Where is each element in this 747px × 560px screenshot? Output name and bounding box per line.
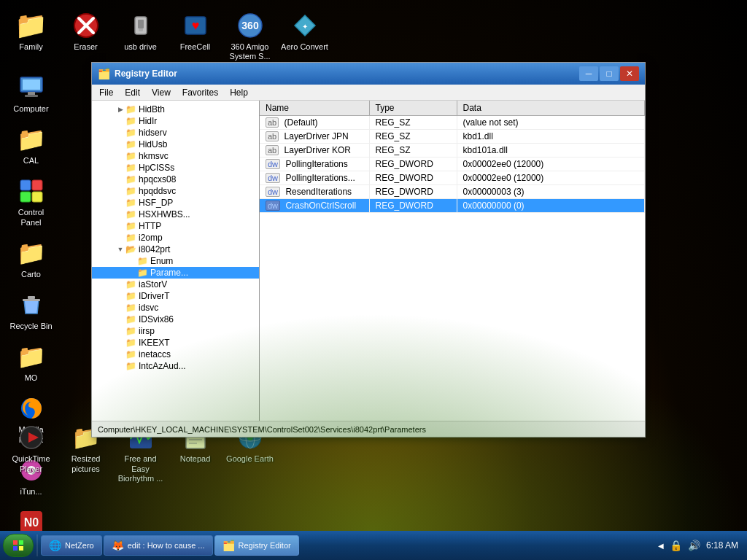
folder-icon: 📁 [137, 256, 148, 266]
desktop-icon-carto[interactable]: 📁 Carto [4, 235, 58, 283]
minimize-button[interactable]: ─ [579, 66, 598, 81]
table-row-selected[interactable]: dw CrashOnCtrlScroll REG_DWORD 0x0000000… [260, 199, 645, 213]
tree-item[interactable]: 📁 HSXHWBS... [92, 209, 259, 220]
expand-icon [115, 128, 125, 138]
biorhythm-label: Free and Easy Biorhythm ... [117, 454, 164, 483]
table-row[interactable]: ab (Default) REG_SZ (value not set) [260, 116, 645, 130]
desktop-icon-360amigo[interactable]: 360 360 Amigo System S... [222, 7, 277, 65]
desktop-icon-mo[interactable]: 📁 MO [4, 338, 58, 386]
start-button[interactable] [3, 534, 34, 557]
desktop-icon-computer[interactable]: Computer [4, 69, 58, 117]
expand-icon [115, 163, 125, 173]
desktop-icon-recycle-bin[interactable]: Recycle Bin [4, 287, 58, 335]
tree-item[interactable]: 📁 IntcAzAud... [92, 360, 259, 372]
tree-item[interactable]: 📁 HSF_DP [92, 197, 259, 209]
tree-item[interactable]: 📁 HidIr [92, 115, 259, 127]
maximize-button[interactable]: □ [600, 66, 619, 81]
taskbar-btn-edit[interactable]: 🦊 edit : How to cause ... [104, 535, 213, 556]
expand-icon [115, 209, 125, 219]
sys-tray-hide-icon[interactable]: ◀ [658, 542, 664, 550]
table-row[interactable]: ab LayerDriver KOR REG_SZ kbd101a.dll [260, 144, 645, 158]
desktop-icon-family[interactable]: 📁 Family [4, 7, 58, 65]
folder-icon: 📁 [125, 151, 136, 161]
taskbar-btn-registry[interactable]: 🗂️ Registry Editor [214, 535, 299, 556]
tree-item[interactable]: 📁 iaStorV [92, 279, 259, 290]
tree-item[interactable]: ▶ 📁 HidBth [92, 104, 259, 115]
data-panel[interactable]: Name Type Data ab (Default) REG_SZ [260, 101, 645, 421]
tree-item[interactable]: 📁 HTTP [92, 220, 259, 232]
desktop-icon-aeroconvert[interactable]: ✦ Aero Convert [277, 7, 332, 65]
desktop-icon-eraser[interactable]: Eraser [58, 7, 113, 65]
tree-item[interactable]: 📁 i2omp [92, 232, 259, 244]
freecell-icon: ♥ [181, 11, 210, 40]
tree-item[interactable]: 📁 iirsp [92, 325, 259, 337]
expand-icon: ▶ [115, 104, 125, 114]
control-panel-icon [17, 176, 46, 206]
desktop-icon-google-earth[interactable]: Google Earth [222, 419, 277, 487]
tree-item-i8042prt[interactable]: ▼ 📂 i8042prt [92, 244, 259, 255]
cal-label: CAL [23, 156, 39, 166]
tree-item[interactable]: 📁 IKEEXT [92, 337, 259, 349]
volume-icon[interactable]: 🔊 [688, 540, 700, 551]
svg-rect-31 [186, 427, 205, 448]
tree-item[interactable]: 📁 IDSvix86 [92, 314, 259, 325]
table-row[interactable]: ab LayerDriver JPN REG_SZ kbd1.dll [260, 130, 645, 144]
tree-item[interactable]: 📁 IDriverT [92, 290, 259, 302]
desktop-icon-firefox[interactable]: Mozilla Firefox [4, 390, 58, 448]
svg-rect-30 [130, 427, 152, 448]
tree-item[interactable]: 📁 hkmsvc [92, 150, 259, 162]
registry-editor-window: 🗂️ Registry Editor ─ □ ✕ File Edit View … [91, 62, 646, 438]
menu-favorites[interactable]: Favorites [177, 86, 224, 99]
tree-item-enum[interactable]: 📁 Enum [92, 255, 259, 267]
table-row[interactable]: dw PollingIterations REG_DWORD 0x00002ee… [260, 158, 645, 171]
desktop-icon-freecell[interactable]: ♥ FreeCell [168, 7, 222, 65]
folder-icon: 📁 [125, 139, 136, 149]
desktop-icon-usb[interactable]: usb drive [113, 7, 168, 65]
desktop-icon-notepad[interactable]: Notepad [168, 419, 222, 487]
menu-edit[interactable]: Edit [119, 86, 146, 99]
desktop-icon-biorhythm[interactable]: Free and Easy Biorhythm ... [113, 419, 168, 487]
desktop-icon-quicktime[interactable]: QuickTime Player [4, 419, 58, 487]
tree-item[interactable]: 📁 hidserv [92, 127, 259, 139]
expand-icon [115, 139, 125, 149]
menu-help[interactable]: Help [224, 86, 254, 99]
quicktime-label: QuickTime Player [7, 454, 55, 473]
window-titlebar[interactable]: 🗂️ Registry Editor ─ □ ✕ [92, 63, 645, 85]
menu-view[interactable]: View [146, 86, 177, 99]
desktop-icon-resized-pictures[interactable]: 📁 Resized pictures [58, 419, 113, 487]
tree-panel[interactable]: ▶ 📁 HidBth 📁 HidIr 📁 hidserv [92, 101, 260, 421]
expand-icon [115, 116, 125, 126]
tree-item[interactable]: 📁 hpqddsvc [92, 185, 259, 197]
taskbar-btn-netzero[interactable]: 🌐 NetZero [41, 535, 102, 556]
col-data[interactable]: Data [457, 101, 645, 116]
tree-item[interactable]: 📁 inetaccs [92, 349, 259, 360]
desktop-icon-itunes[interactable]: iTun... [4, 452, 58, 500]
expand-icon [115, 361, 125, 371]
close-button[interactable]: ✕ [620, 66, 639, 81]
row-data: kbd101a.dll [457, 144, 645, 158]
desktop-icon-cal[interactable]: 📁 CAL [4, 121, 58, 169]
expand-icon [115, 291, 125, 301]
biorhythm-icon [126, 423, 155, 452]
row-name: ab LayerDriver JPN [260, 130, 369, 144]
tree-item[interactable]: 📁 hpqcxs08 [92, 174, 259, 185]
window-title-text: Registry Editor [115, 69, 177, 79]
col-type[interactable]: Type [369, 101, 457, 116]
tree-item[interactable]: 📁 HpCISSs [92, 162, 259, 174]
tree-item-parameters[interactable]: 📁 Parame... [92, 267, 259, 279]
tree-item[interactable]: 📁 HidUsb [92, 139, 259, 150]
folder-icon: 📁 [125, 163, 136, 173]
desktop-icon-control-panel[interactable]: Control Panel [4, 173, 58, 230]
registry-task-icon: 🗂️ [222, 540, 235, 551]
notepad-icon [181, 423, 210, 452]
desktop-icon-netzero[interactable]: N0 NetZero Internet [4, 504, 58, 531]
table-row[interactable]: dw PollingIterations... REG_DWORD 0x0000… [260, 171, 645, 185]
window-title: 🗂️ Registry Editor [98, 68, 177, 79]
table-row[interactable]: dw ResendIterations REG_DWORD 0x00000003… [260, 185, 645, 199]
expand-icon [115, 233, 125, 243]
mo-label: MO [25, 373, 38, 383]
row-type: REG_SZ [369, 116, 457, 130]
col-name[interactable]: Name [260, 101, 369, 116]
menu-file[interactable]: File [93, 86, 119, 99]
tree-item[interactable]: 📁 idsvc [92, 302, 259, 314]
